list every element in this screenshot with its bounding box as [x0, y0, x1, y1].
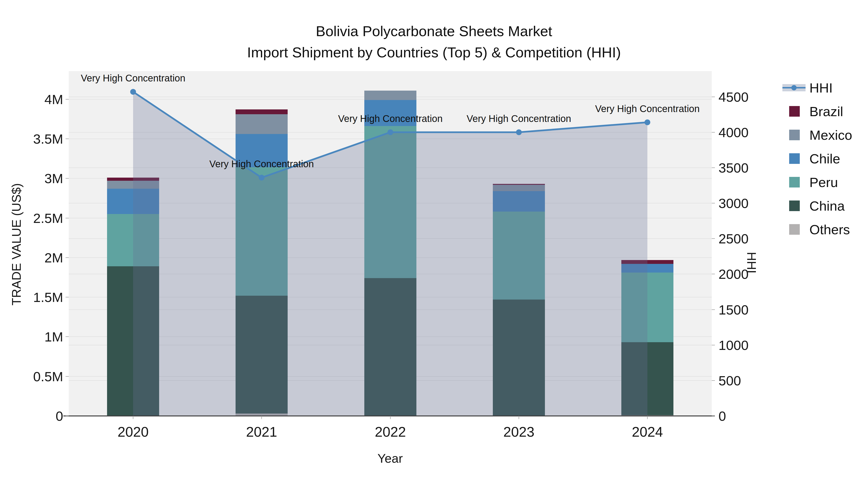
x-tick-mark [390, 416, 391, 419]
legend: HHIBrazilMexicoChilePeruChinaOthers [782, 76, 867, 241]
color-swatch-icon [782, 194, 807, 218]
hhi-marker-2024 [645, 120, 650, 125]
y-left-tick-label-3.5M: 3.5M [0, 131, 63, 147]
legend-item-brazil[interactable]: Brazil [782, 100, 867, 123]
bar-segment-china-2024 [621, 342, 674, 415]
x-tick-mark [519, 416, 519, 419]
bar-segment-brazil-2020 [107, 177, 159, 181]
chart-title-block: Bolivia Polycarbonate Sheets Market Impo… [0, 21, 868, 63]
bar-segment-mexico-2022 [364, 91, 416, 100]
legend-item-others[interactable]: Others [782, 218, 867, 241]
x-tick-label-2020: 2020 [97, 424, 169, 440]
y-right-tick-mark [712, 416, 715, 416]
annotation-2023: Very High Concentration [467, 113, 571, 124]
annotation-2022: Very High Concentration [338, 113, 443, 124]
legend-swatch-mexico [789, 130, 800, 140]
bar-segment-mexico-2021 [236, 114, 288, 134]
bar-segment-peru-2024 [621, 272, 674, 342]
hhi-marker-2020 [130, 89, 136, 95]
y-left-tick-label-2M: 2M [0, 250, 63, 265]
y-right-tick-mark [712, 203, 715, 203]
y-left-tick-mark [66, 297, 69, 297]
chart-title: Bolivia Polycarbonate Sheets Market [0, 21, 868, 42]
annotation-2021: Very High Concentration [209, 159, 314, 169]
legend-swatch-china [789, 200, 800, 211]
y-right-tick-label-3500: 3500 [718, 160, 791, 175]
bar-segment-china-2020 [107, 266, 159, 416]
y-right-tick-mark [712, 132, 715, 133]
color-swatch-icon [782, 147, 807, 170]
legend-label-chile: Chile [809, 151, 840, 166]
y-left-tick-mark [66, 99, 69, 100]
y-left-tick-mark [66, 376, 69, 377]
y-left-tick-mark [66, 257, 69, 258]
legend-label-brazil: Brazil [809, 104, 843, 119]
y-left-tick-label-2.5M: 2.5M [0, 210, 63, 226]
x-tick-label-2023: 2023 [483, 424, 555, 440]
bar-segment-chile-2023 [493, 191, 545, 212]
y-left-tick-mark [66, 138, 69, 139]
bar-segment-china-2022 [364, 278, 416, 416]
color-swatch-icon [782, 123, 807, 147]
y-left-tick-label-4M: 4M [0, 91, 63, 107]
color-swatch-icon [782, 170, 807, 194]
y-right-tick-label-0: 0 [718, 408, 791, 424]
x-tick-label-2024: 2024 [611, 424, 684, 440]
legend-item-china[interactable]: China [782, 194, 867, 218]
legend-swatch-peru [789, 177, 800, 188]
y-left-tick-label-0: 0 [0, 408, 63, 424]
legend-item-chile[interactable]: Chile [782, 147, 867, 170]
y-left-tick-label-1.5M: 1.5M [0, 289, 63, 305]
bar-segment-mexico-2023 [493, 185, 545, 191]
y-right-tick-label-4000: 4000 [718, 124, 791, 140]
legend-label-mexico: Mexico [809, 127, 852, 143]
y-right-tick-label-4500: 4500 [718, 89, 791, 105]
bar-segment-chile-2020 [107, 189, 159, 214]
hhi-line-icon [782, 76, 807, 100]
bar-segment-peru-2020 [107, 214, 159, 266]
legend-swatch-others [789, 224, 800, 235]
y-right-tick-mark [712, 167, 715, 168]
color-swatch-icon [782, 218, 807, 241]
x-tick-mark [261, 416, 262, 419]
legend-item-hhi[interactable]: HHI [782, 76, 867, 100]
plot-area: Very High ConcentrationVery High Concent… [69, 71, 712, 416]
y-right-tick-mark [712, 310, 715, 310]
bar-segment-chile-2024 [621, 264, 674, 272]
legend-item-peru[interactable]: Peru [782, 170, 867, 194]
y-right-tick-mark [712, 274, 715, 274]
x-tick-mark [647, 416, 648, 419]
y-left-tick-mark [66, 178, 69, 178]
bar-segment-china-2023 [493, 299, 545, 416]
y-left-tick-label-3M: 3M [0, 171, 63, 186]
legend-hhi-marker [791, 85, 797, 90]
y-right-tick-mark [712, 345, 715, 345]
bar-segment-peru-2023 [493, 212, 545, 299]
y-left-tick-mark [66, 416, 69, 416]
y-right-tick-label-3000: 3000 [718, 195, 791, 211]
bar-segment-brazil-2023 [493, 184, 545, 185]
y-right-tick-mark [712, 380, 715, 381]
y-right-tick-mark [712, 238, 715, 239]
y-left-tick-label-0.5M: 0.5M [0, 368, 63, 384]
bar-segment-peru-2022 [364, 126, 416, 278]
legend-label-others: Others [809, 222, 850, 237]
legend-label-peru: Peru [809, 174, 838, 190]
legend-swatch-brazil [789, 106, 800, 117]
y-left-tick-mark [66, 218, 69, 218]
bar-segment-brazil-2024 [621, 260, 674, 264]
legend-swatch-chile [789, 153, 800, 164]
color-swatch-icon [782, 100, 807, 123]
legend-item-mexico[interactable]: Mexico [782, 123, 867, 147]
y-left-tick-mark [66, 336, 69, 337]
y-right-tick-label-1000: 1000 [718, 337, 791, 353]
x-tick-label-2022: 2022 [354, 424, 427, 440]
bar-segment-peru-2021 [236, 167, 288, 295]
y-left-tick-label-1M: 1M [0, 329, 63, 345]
figure: { "title": { "line1": "Bolivia Polycarbo… [0, 0, 868, 488]
legend-label-hhi: HHI [809, 80, 833, 96]
bar-segment-mexico-2020 [107, 181, 159, 189]
y-right-tick-label-500: 500 [718, 372, 791, 388]
legend-label-china: China [809, 198, 845, 214]
y-right-tick-label-2500: 2500 [718, 231, 791, 247]
